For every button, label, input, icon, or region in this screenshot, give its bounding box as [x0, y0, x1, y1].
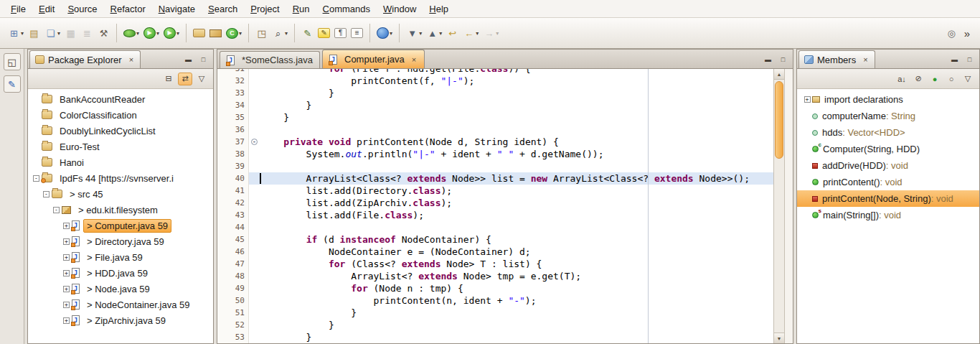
close-icon[interactable]: × [862, 55, 869, 65]
hide-non-public-button[interactable]: ○ [944, 73, 958, 85]
annotation-ruler[interactable] [217, 172, 227, 185]
line-number[interactable]: 38 [227, 148, 249, 160]
menu-commands[interactable]: Commands [316, 1, 377, 17]
code-line[interactable]: 43 list.add(File.class); [217, 209, 773, 221]
menu-search[interactable]: Search [202, 1, 244, 17]
tree-item[interactable]: -IpdFs 44 [https://svnserver.i [28, 170, 213, 186]
menu-file[interactable]: File [4, 1, 32, 17]
line-number[interactable]: 45 [227, 233, 249, 246]
annotation-ruler[interactable] [217, 258, 227, 270]
maximize-button[interactable]: □ [197, 54, 209, 65]
collapse-icon[interactable]: - [53, 207, 60, 213]
tab-members[interactable]: Members × [798, 50, 875, 68]
annotation-ruler[interactable] [217, 221, 227, 233]
run-external-tools-button[interactable]: ▶▾ [162, 25, 181, 41]
code-line[interactable]: 51 } [217, 307, 773, 319]
annotation-ruler[interactable] [217, 294, 227, 307]
new-wizard-button[interactable]: ⊞▾ [6, 25, 25, 42]
tree-item[interactable]: -> src 45 [28, 186, 213, 202]
expand-icon[interactable]: + [63, 302, 70, 308]
annotation-ruler[interactable] [217, 87, 227, 99]
tree-item[interactable]: Hanoi [28, 154, 213, 170]
expand-icon[interactable]: + [63, 223, 70, 229]
scroll-up-button[interactable]: ▲ [774, 69, 784, 80]
member-item[interactable]: main(String[]) : void [797, 207, 979, 223]
code-line[interactable]: 49 for (Node n : tmp) { [217, 282, 773, 294]
expand-icon[interactable]: + [804, 96, 811, 103]
code-line[interactable]: 42 list.add(ZipArchiv.class); [217, 197, 773, 209]
hide-fields-button[interactable]: ⊘ [911, 73, 925, 85]
annotation-ruler[interactable] [217, 75, 227, 87]
member-item[interactable]: printContent() : void [797, 174, 979, 190]
fold-ruler[interactable]: - [249, 136, 260, 148]
annotation-ruler[interactable] [217, 185, 227, 197]
collapse-icon[interactable]: - [43, 191, 50, 197]
line-number[interactable]: 52 [227, 319, 249, 331]
line-number[interactable]: 50 [227, 294, 249, 307]
expand-icon[interactable]: + [63, 317, 70, 324]
annotation-ruler[interactable] [217, 209, 227, 221]
annotation-ruler[interactable] [217, 148, 227, 160]
tree-item[interactable]: Euro-Test [28, 139, 213, 154]
new-file-button[interactable]: ❏▾ [43, 25, 62, 42]
annotation-ruler[interactable] [217, 246, 227, 258]
expand-icon[interactable]: + [63, 254, 70, 261]
annotation-ruler[interactable] [217, 99, 227, 111]
new-package-button[interactable] [208, 27, 223, 39]
maximize-button[interactable]: □ [963, 54, 976, 65]
editor-scrollbar[interactable]: ▲ ▼ [773, 69, 784, 343]
annotation-ruler[interactable] [217, 319, 227, 331]
annotation-ruler[interactable] [217, 197, 227, 209]
code-line[interactable]: 50 printContent(n, ident + "-"); [217, 294, 773, 307]
code-line[interactable]: 32 printContent(f, "|-"); [217, 75, 773, 87]
tab-package-explorer[interactable]: Package Explorer × [29, 50, 141, 68]
menu-run[interactable]: Run [286, 1, 316, 17]
close-icon[interactable]: × [128, 55, 135, 65]
maximize-button[interactable]: □ [777, 54, 789, 65]
back-button[interactable]: ←▾ [461, 25, 480, 42]
code-line[interactable]: 41 list.add(Directory.class); [217, 185, 773, 197]
line-number[interactable]: 34 [227, 99, 249, 111]
menu-help[interactable]: Help [423, 1, 455, 17]
open-resource-button[interactable]: ▤ [27, 25, 42, 42]
minimize-button[interactable]: ▬ [948, 54, 961, 65]
member-item[interactable]: Computer(String, HDD) [797, 141, 979, 157]
restore-view-button[interactable]: ◱ [4, 53, 21, 70]
collapse-icon[interactable]: - [33, 175, 39, 182]
member-item[interactable]: addDrive(HDD) : void [797, 157, 979, 174]
new-java-project-button[interactable] [192, 27, 207, 39]
expand-icon[interactable]: + [63, 270, 70, 276]
build-all-button[interactable]: ⚒ [96, 25, 111, 42]
line-number[interactable]: 46 [227, 246, 249, 258]
run-button[interactable]: ▶▾ [142, 25, 161, 41]
line-number[interactable]: 39 [227, 160, 249, 172]
scrollbar-thumb[interactable] [775, 81, 783, 159]
code-line[interactable]: 37- private void printContent(Node d, St… [217, 136, 773, 148]
tree-item[interactable]: ColorClassification [28, 107, 213, 123]
collapse-fold-icon[interactable]: - [251, 139, 258, 145]
menu-window[interactable]: Window [377, 1, 423, 17]
menu-source[interactable]: Source [61, 1, 103, 17]
line-number[interactable]: 43 [227, 209, 249, 221]
tree-item[interactable]: +J> Computer.java 59 [28, 218, 213, 233]
previous-annotation-button[interactable]: ▲▾ [425, 25, 443, 42]
tree-item[interactable]: +J> HDD.java 59 [28, 265, 213, 281]
annotation-ruler[interactable] [217, 124, 227, 136]
annotation-ruler[interactable] [217, 69, 227, 75]
show-print-margin-button[interactable]: ≡ [349, 26, 364, 40]
line-number[interactable]: 47 [227, 258, 249, 270]
line-number[interactable]: 53 [227, 331, 249, 343]
menu-edit[interactable]: Edit [32, 1, 61, 17]
code-line[interactable]: 40 ArrayList<Class<? extends Node>> list… [217, 172, 773, 185]
annotation-ruler[interactable] [217, 111, 227, 124]
minimize-button[interactable]: ▬ [182, 54, 194, 65]
code-line[interactable]: 47 for (Class<? extends Node> T : list) … [217, 258, 773, 270]
line-number[interactable]: 33 [227, 87, 249, 99]
collapse-all-button[interactable]: ⊟ [161, 73, 176, 85]
line-number[interactable]: 31 [227, 69, 249, 75]
member-item[interactable]: hdds : Vector<HDD> [797, 124, 979, 141]
code-editor[interactable]: 31 for (File f : hdd.get(File.class)) {3… [217, 69, 773, 343]
debug-button[interactable]: ▾ [122, 27, 141, 39]
view-menu-button[interactable]: ▽ [961, 73, 975, 85]
tree-item[interactable]: +J> File.java 59 [28, 249, 213, 265]
